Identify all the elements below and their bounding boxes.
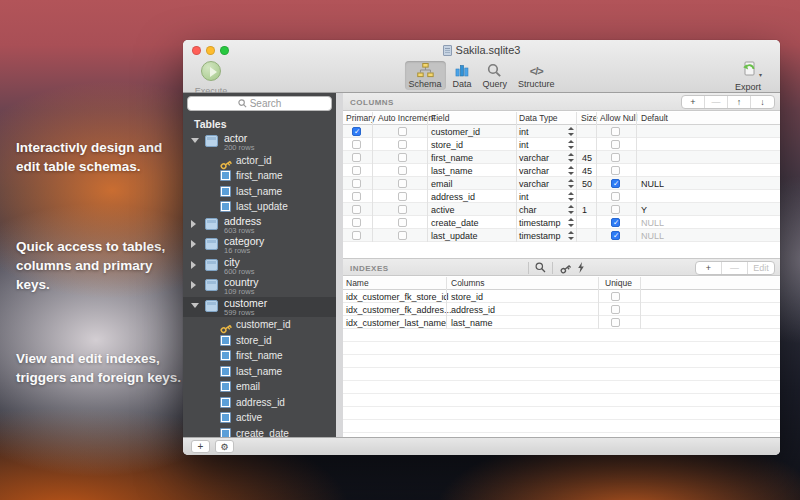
sidebar-column-address_id[interactable]: address_id bbox=[183, 395, 336, 411]
index-columns-cell[interactable]: last_name bbox=[451, 318, 493, 328]
data-type-cell[interactable]: varchar bbox=[519, 153, 549, 163]
index-name-cell[interactable]: idx_customer_fk_addres... bbox=[346, 305, 452, 315]
auto-increment-checkbox[interactable] bbox=[398, 231, 407, 240]
auto-increment-checkbox[interactable] bbox=[398, 179, 407, 188]
trigger-lightning-icon[interactable] bbox=[577, 259, 585, 277]
allow-null-checkbox[interactable] bbox=[611, 231, 620, 240]
stepper-icon[interactable] bbox=[567, 191, 574, 202]
column-row-store_id[interactable]: store_idint bbox=[343, 138, 780, 151]
sidebar-scrollbar[interactable] bbox=[336, 93, 343, 437]
chevron-down-icon[interactable] bbox=[191, 138, 199, 143]
auto-increment-checkbox[interactable] bbox=[398, 166, 407, 175]
sidebar-column-last_name[interactable]: last_name bbox=[183, 184, 336, 200]
default-cell[interactable]: NULL bbox=[641, 218, 664, 228]
stepper-icon[interactable] bbox=[567, 152, 574, 163]
chevron-right-icon[interactable] bbox=[191, 261, 196, 269]
primary-checkbox[interactable] bbox=[352, 205, 361, 214]
allow-null-checkbox[interactable] bbox=[611, 205, 620, 214]
auto-increment-checkbox[interactable] bbox=[398, 140, 407, 149]
data-type-cell[interactable]: timestamp bbox=[519, 231, 561, 241]
index-row-idx_customer_fk_store_id[interactable]: idx_customer_fk_store_idstore_id bbox=[343, 290, 780, 303]
stepper-icon[interactable] bbox=[567, 217, 574, 228]
field-cell[interactable]: address_id bbox=[431, 192, 475, 202]
stepper-icon[interactable] bbox=[567, 139, 574, 150]
sidebar-table-customer[interactable]: customer599 rows bbox=[183, 297, 336, 318]
add-table-button[interactable]: + bbox=[191, 440, 210, 453]
allow-null-checkbox[interactable] bbox=[611, 140, 620, 149]
data-type-cell[interactable]: int bbox=[519, 192, 529, 202]
allow-null-checkbox[interactable] bbox=[611, 218, 620, 227]
primary-checkbox[interactable] bbox=[352, 140, 361, 149]
column-row-active[interactable]: activechar1Y bbox=[343, 203, 780, 216]
tab-structure[interactable]: </> Structure bbox=[514, 61, 559, 90]
default-cell[interactable]: Y bbox=[641, 205, 647, 215]
search-input[interactable]: Search bbox=[187, 96, 332, 111]
add-index-button[interactable]: + bbox=[696, 262, 722, 274]
sidebar-column-first_name[interactable]: first_name bbox=[183, 168, 336, 184]
column-row-email[interactable]: emailvarchar50NULL bbox=[343, 177, 780, 190]
allow-null-checkbox[interactable] bbox=[611, 192, 620, 201]
sidebar-column-actor_id[interactable]: actor_id bbox=[183, 153, 336, 169]
auto-increment-checkbox[interactable] bbox=[398, 218, 407, 227]
sidebar-column-active[interactable]: active bbox=[183, 410, 336, 426]
tab-schema[interactable]: Schema bbox=[404, 61, 445, 90]
index-row-idx_customer_last_name[interactable]: idx_customer_last_namelast_name bbox=[343, 316, 780, 329]
column-row-customer_id[interactable]: customer_idint bbox=[343, 125, 780, 138]
index-name-cell[interactable]: idx_customer_last_name bbox=[346, 318, 446, 328]
allow-null-checkbox[interactable] bbox=[611, 166, 620, 175]
column-row-create_date[interactable]: create_datetimestampNULL bbox=[343, 216, 780, 229]
column-row-first_name[interactable]: first_namevarchar45 bbox=[343, 151, 780, 164]
default-cell[interactable]: NULL bbox=[641, 231, 664, 241]
stepper-icon[interactable] bbox=[567, 126, 574, 137]
data-type-cell[interactable]: int bbox=[519, 140, 529, 150]
auto-increment-checkbox[interactable] bbox=[398, 153, 407, 162]
indexes-search-icon[interactable] bbox=[535, 259, 546, 277]
field-cell[interactable]: first_name bbox=[431, 153, 473, 163]
sidebar-column-first_name[interactable]: first_name bbox=[183, 348, 336, 364]
sidebar-table-actor[interactable]: actor200 rows bbox=[183, 132, 336, 153]
execute-button[interactable]: Execute bbox=[191, 61, 231, 96]
column-row-last_update[interactable]: last_updatetimestampNULL bbox=[343, 229, 780, 242]
chevron-right-icon[interactable] bbox=[191, 240, 196, 248]
data-type-cell[interactable]: char bbox=[519, 205, 537, 215]
data-type-cell[interactable]: varchar bbox=[519, 179, 549, 189]
field-cell[interactable]: active bbox=[431, 205, 455, 215]
sidebar-column-email[interactable]: email bbox=[183, 379, 336, 395]
tab-query[interactable]: Query bbox=[479, 61, 512, 90]
remove-index-button[interactable]: — bbox=[722, 262, 748, 274]
unique-checkbox[interactable] bbox=[611, 305, 620, 314]
move-column-up-button[interactable]: ↑ bbox=[728, 96, 751, 108]
export-button[interactable]: ▾ Export bbox=[726, 61, 770, 92]
default-cell[interactable]: NULL bbox=[641, 179, 664, 189]
chevron-right-icon[interactable] bbox=[191, 220, 196, 228]
size-cell[interactable]: 45 bbox=[582, 166, 592, 176]
sidebar-column-last_update[interactable]: last_update bbox=[183, 199, 336, 215]
primary-checkbox[interactable] bbox=[352, 166, 361, 175]
index-row-idx_customer_fk_addres[interactable]: idx_customer_fk_addres...address_id bbox=[343, 303, 780, 316]
size-cell[interactable]: 50 bbox=[582, 179, 592, 189]
data-type-cell[interactable]: varchar bbox=[519, 166, 549, 176]
edit-index-button[interactable]: Edit bbox=[748, 262, 774, 274]
field-cell[interactable]: store_id bbox=[431, 140, 463, 150]
auto-increment-checkbox[interactable] bbox=[398, 192, 407, 201]
allow-null-checkbox[interactable] bbox=[611, 153, 620, 162]
field-cell[interactable]: email bbox=[431, 179, 453, 189]
sidebar-column-create_date[interactable]: create_date bbox=[183, 426, 336, 438]
sidebar-table-category[interactable]: category16 rows bbox=[183, 235, 336, 256]
index-name-cell[interactable]: idx_customer_fk_store_id bbox=[346, 292, 449, 302]
stepper-icon[interactable] bbox=[567, 165, 574, 176]
auto-increment-checkbox[interactable] bbox=[398, 205, 407, 214]
index-columns-cell[interactable]: address_id bbox=[451, 305, 495, 315]
size-cell[interactable]: 45 bbox=[582, 153, 592, 163]
data-type-cell[interactable]: int bbox=[519, 127, 529, 137]
remove-column-button[interactable]: — bbox=[705, 96, 728, 108]
data-type-cell[interactable]: timestamp bbox=[519, 218, 561, 228]
column-row-address_id[interactable]: address_idint bbox=[343, 190, 780, 203]
foreign-key-icon[interactable] bbox=[555, 257, 576, 279]
allow-null-checkbox[interactable] bbox=[611, 179, 620, 188]
primary-checkbox[interactable] bbox=[352, 231, 361, 240]
auto-increment-checkbox[interactable] bbox=[398, 127, 407, 136]
gear-icon[interactable]: ⚙ bbox=[215, 440, 234, 453]
stepper-icon[interactable] bbox=[567, 230, 574, 241]
primary-checkbox[interactable] bbox=[352, 192, 361, 201]
